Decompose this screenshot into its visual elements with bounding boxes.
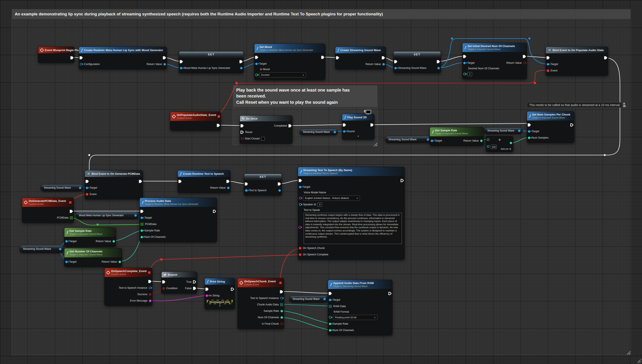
exec-in-pin[interactable] bbox=[343, 124, 346, 126]
exec-out-pin[interactable] bbox=[148, 280, 152, 283]
raw-data-pin[interactable] bbox=[329, 305, 332, 308]
node-play-sound-2d[interactable]: ƒ Play Sound 2D Sound ∨ bbox=[342, 114, 374, 140]
desired-num-channels-input[interactable]: 1 bbox=[467, 72, 472, 76]
speaker-id-input[interactable]: 0 bbox=[317, 202, 322, 206]
delegate-out-pin[interactable] bbox=[218, 115, 220, 118]
success-pin[interactable] bbox=[149, 293, 151, 296]
node-create-lipsync-generator[interactable]: ƒ Create Realistic Meta Human Lip Sync w… bbox=[79, 46, 167, 69]
variable-out-pin[interactable] bbox=[518, 130, 520, 132]
exec-in-pin[interactable] bbox=[546, 56, 550, 60]
target-pin[interactable] bbox=[65, 261, 68, 263]
exec-out-pin[interactable] bbox=[217, 124, 220, 127]
exec-in-pin[interactable] bbox=[329, 292, 332, 295]
is-final-chunk-pin[interactable] bbox=[280, 322, 283, 325]
tts-instance-pin[interactable] bbox=[149, 286, 151, 289]
bubble-icon[interactable] bbox=[623, 105, 626, 107]
exec-out-pin[interactable] bbox=[523, 55, 526, 58]
variable-get-streaming-sound-wave[interactable]: Streaming Sound Wave bbox=[20, 245, 63, 253]
on-speech-chunk-pin[interactable] bbox=[299, 247, 301, 249]
variable-out-pin[interactable] bbox=[323, 298, 326, 300]
voice-model-dropdown[interactable]: English (United States) - Kokoro (Adam)∨ bbox=[303, 196, 360, 200]
exec-in-pin[interactable] bbox=[80, 56, 83, 60]
exec-in-pin[interactable] bbox=[394, 60, 397, 63]
on-speech-complete-pin[interactable] bbox=[299, 254, 301, 256]
add-pin-button[interactable]: Add pin ⊕ bbox=[500, 148, 511, 150]
sample-rate-pin[interactable] bbox=[329, 323, 331, 325]
target-pin[interactable] bbox=[141, 217, 143, 219]
condition-pin[interactable] bbox=[162, 287, 165, 290]
exec-in-pin[interactable] bbox=[245, 182, 248, 186]
event-delegate-pin[interactable] bbox=[86, 193, 88, 196]
desired-num-channels-pin[interactable] bbox=[463, 73, 466, 75]
variable-out-pin[interactable] bbox=[134, 214, 137, 217]
exec-in-pin[interactable] bbox=[241, 124, 244, 128]
exec-in-pin[interactable] bbox=[86, 180, 89, 183]
num-of-channels-pin[interactable] bbox=[329, 329, 331, 332]
node-divide[interactable]: ÷ 100 Add pin ⊕ bbox=[486, 136, 513, 152]
exec-out-pin[interactable] bbox=[280, 290, 283, 294]
node-print-string[interactable]: ƒ Print String In String Development Onl… bbox=[205, 278, 235, 309]
exec-out-pin[interactable] bbox=[401, 179, 404, 182]
expand-node-chevron[interactable]: ∨ bbox=[342, 134, 374, 138]
exec-out-pin[interactable] bbox=[163, 56, 166, 60]
exec-in-pin[interactable] bbox=[255, 56, 258, 59]
true-out-pin[interactable] bbox=[193, 280, 196, 284]
node-bind-on-generate-pcmdata[interactable]: Bind Event to On Generate PCMData Target… bbox=[85, 170, 143, 199]
voice-model-name-pin[interactable] bbox=[299, 197, 302, 199]
target-pin[interactable] bbox=[299, 186, 301, 188]
target-pin[interactable] bbox=[463, 62, 466, 64]
target-pin[interactable] bbox=[255, 63, 258, 65]
variable-get-streaming-sound-wave[interactable]: Streaming Sound Wave bbox=[385, 136, 431, 143]
return-value-pin[interactable] bbox=[382, 63, 385, 66]
variable-out-pin[interactable] bbox=[334, 131, 336, 133]
exec-out-pin[interactable] bbox=[437, 60, 440, 63]
node-set-text-to-speech-variable[interactable]: SET Text to Speech bbox=[244, 174, 282, 196]
exec-out-pin[interactable] bbox=[382, 56, 385, 60]
exec-in-pin[interactable] bbox=[179, 180, 182, 183]
text-to-speak-input[interactable]: Streaming synthesis output begins with a… bbox=[304, 213, 402, 244]
variable-get-streaming-sound-wave[interactable]: Streaming Sound Wave bbox=[300, 129, 338, 135]
pcmdata-array-pin[interactable] bbox=[70, 216, 73, 219]
variable-get-streaming-sound-wave[interactable]: Streaming Sound Wave bbox=[289, 296, 328, 302]
text-to-speak-pin[interactable] bbox=[299, 226, 301, 228]
variable-out-pin[interactable] bbox=[240, 67, 242, 69]
exec-out-pin[interactable] bbox=[213, 210, 216, 213]
target-pin[interactable] bbox=[528, 130, 530, 132]
node-create-runtime-text-to-speech[interactable]: ƒ Create Runtime Text to Speech Return V… bbox=[178, 170, 231, 193]
node-do-once[interactable]: ↻ Do Once Completed Reset Start Closed bbox=[240, 116, 293, 144]
exec-out-pin[interactable] bbox=[231, 288, 234, 291]
divide-result-pin[interactable] bbox=[510, 142, 512, 144]
node-bind-on-populate-audio-state[interactable]: Bind Event to On Populate Audio State Ta… bbox=[546, 46, 608, 76]
node-streaming-text-to-speech[interactable]: ƒ Streaming Text To Speech (By Name) Tar… bbox=[298, 167, 405, 260]
return-value-pin[interactable] bbox=[119, 261, 121, 263]
start-closed-checkbox[interactable] bbox=[261, 137, 265, 140]
return-value-pin[interactable] bbox=[523, 62, 526, 64]
tts-instance-pin[interactable] bbox=[280, 297, 283, 300]
target-pin[interactable] bbox=[431, 140, 433, 142]
reset-in-pin[interactable] bbox=[241, 131, 244, 134]
start-closed-pin[interactable] bbox=[241, 137, 243, 140]
divide-input-b-pin[interactable] bbox=[487, 145, 489, 148]
node-on-speech-complete-event[interactable]: OnSpeechComplete_Event Custom Event Text… bbox=[105, 268, 152, 306]
variable-out-pin[interactable] bbox=[278, 189, 281, 192]
event-delegate-pin[interactable] bbox=[547, 70, 549, 72]
node-branch[interactable]: ⇄ Branch True ConditionFalse bbox=[161, 272, 197, 294]
exec-in-pin[interactable] bbox=[299, 179, 302, 182]
exec-out-pin[interactable] bbox=[321, 56, 324, 59]
target-pin[interactable] bbox=[547, 63, 549, 66]
raw-format-dropdown[interactable]: Floating point 32-bit∨ bbox=[333, 315, 377, 320]
node-set-initial-desired-channels[interactable]: ƒ Set Initial Desired Num Of Channels Ta… bbox=[462, 43, 527, 79]
node-create-streaming-sound-wave[interactable]: ƒ Create Streaming Sound Wave Return Val… bbox=[335, 46, 386, 69]
exec-out-pin[interactable] bbox=[570, 124, 573, 126]
node-get-sample-rate-top[interactable]: ƒ Get Sample Rate Target is Imported Sou… bbox=[430, 127, 484, 146]
node-on-generate-pcmdata-event[interactable]: OnGeneratePCMData_Event Custom Event PCM… bbox=[22, 198, 74, 223]
variable-in-pin[interactable] bbox=[394, 67, 397, 69]
in-mood-pin[interactable] bbox=[255, 74, 258, 76]
exec-in-pin[interactable] bbox=[528, 124, 531, 126]
chunk-audio-data-pin[interactable] bbox=[280, 303, 283, 306]
node-get-number-of-channels[interactable]: ƒ Get Number Of Channels Target is Impor… bbox=[64, 248, 122, 267]
variable-out-pin[interactable] bbox=[437, 67, 440, 69]
exec-out-pin[interactable] bbox=[278, 182, 281, 186]
return-value-pin[interactable] bbox=[480, 140, 483, 142]
exec-in-pin[interactable] bbox=[140, 210, 144, 213]
